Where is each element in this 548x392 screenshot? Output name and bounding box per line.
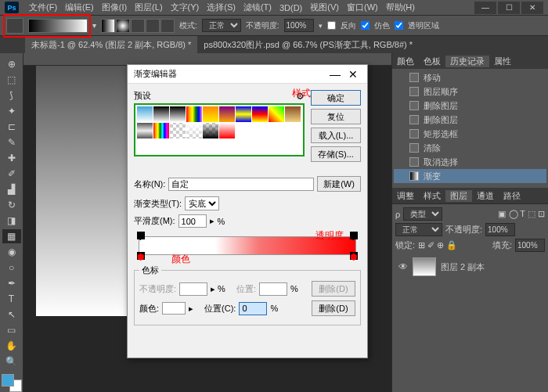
eraser-tool[interactable]: ◨ [2,214,21,228]
tool-preset-picker[interactable] [6,18,23,34]
preset-swatch[interactable] [137,106,153,122]
healing-tool[interactable]: ✚ [2,151,21,165]
layer-fill-input[interactable] [515,239,545,252]
panel-tab-swatches[interactable]: 色板 [419,56,445,67]
shape-tool[interactable]: ▭ [2,323,21,337]
angle-gradient-button[interactable] [131,19,145,33]
opacity-stop[interactable]: ◆ [350,232,358,239]
dialog-minimize-icon[interactable]: — [325,68,345,81]
history-item[interactable]: 移动 [394,70,546,85]
eyedropper-tool[interactable]: ✎ [2,135,21,149]
color-stop[interactable]: ⬢ [350,252,358,260]
document-tab[interactable]: ps800x320图片.psd @ 66.7% (PS渐变工具, RGB/8#)… [197,36,419,53]
preset-swatch[interactable] [186,123,202,138]
type-tool[interactable]: T [2,292,21,306]
stop-color-swatch[interactable] [162,302,186,315]
menu-help[interactable]: 帮助(H) [382,2,419,13]
cancel-button[interactable]: 复位 [311,109,361,124]
panel-tab-paths[interactable]: 路径 [499,190,525,202]
document-tab[interactable]: 未标题-1 @ 62.4% (图层 2 副本, RGB/8) * [25,36,197,53]
radial-gradient-button[interactable] [116,19,130,33]
preset-swatch[interactable] [219,123,235,138]
preset-swatch[interactable] [269,106,284,122]
history-item[interactable]: 清除 [394,141,546,155]
opacity-stop[interactable]: ◆ [137,232,145,239]
ok-button[interactable]: 确定 [311,90,361,106]
menu-type[interactable]: 文字(Y) [167,2,204,13]
marquee-tool[interactable]: ⬚ [2,73,21,87]
preset-swatch[interactable] [203,123,218,138]
crop-tool[interactable]: ⊏ [2,120,21,134]
panel-tab-properties[interactable]: 属性 [489,56,516,67]
layer-opacity-input[interactable] [485,223,515,236]
history-item[interactable]: 删除图层 [394,113,546,127]
menu-3d[interactable]: 3D(D) [276,3,306,13]
panel-tab-styles[interactable]: 样式 [419,190,445,202]
dialog-titlebar[interactable]: 渐变编辑器 — ✕ [128,65,367,84]
preset-swatch[interactable] [236,106,251,122]
history-item[interactable]: 图层顺序 [394,85,546,99]
minimize-button[interactable]: — [474,2,496,14]
color-swatches[interactable] [2,374,22,392]
menu-view[interactable]: 视图(V) [306,2,343,13]
load-button[interactable]: 载入(L)... [311,128,361,143]
layer-kind-select[interactable]: 类型 [403,207,442,221]
menu-image[interactable]: 图像(I) [98,2,131,13]
dither-checkbox[interactable] [361,21,370,30]
menu-filter[interactable]: 滤镜(T) [240,2,276,13]
gradient-picker[interactable] [28,19,88,33]
preset-swatch[interactable] [219,106,235,122]
zoom-tool[interactable]: 🔍 [2,354,21,369]
menu-select[interactable]: 选择(S) [203,2,240,13]
layer-name[interactable]: 图层 2 副本 [441,261,485,273]
save-button[interactable]: 存储(S)... [311,146,361,162]
visibility-icon[interactable]: 👁 [398,261,408,272]
linear-gradient-button[interactable] [101,19,115,33]
gradient-type-select[interactable]: 实底 [185,196,219,210]
stop-position2-input[interactable] [239,302,267,315]
panel-tab-history[interactable]: 历史记录 [445,56,489,67]
close-button[interactable]: ✕ [521,2,543,14]
history-item[interactable]: 删除图层 [394,99,546,113]
panel-tab-color[interactable]: 颜色 [392,56,419,67]
blend-mode-select[interactable]: 正常 [202,19,241,32]
lasso-tool[interactable]: ⟆ [2,88,21,102]
reflected-gradient-button[interactable] [146,19,160,33]
menu-edit[interactable]: 编辑(E) [61,2,98,13]
history-brush-tool[interactable]: ↻ [2,198,21,212]
pen-tool[interactable]: ✒ [2,276,21,290]
gradient-tool[interactable]: ▦ [2,229,21,243]
brush-tool[interactable]: ✐ [2,167,21,181]
panel-tab-adjust[interactable]: 调整 [392,190,419,202]
delete-color-stop-button[interactable]: 删除(D) [312,300,355,316]
panel-tab-channels[interactable]: 通道 [472,190,499,202]
dodge-tool[interactable]: ○ [2,261,21,275]
path-tool[interactable]: ↖ [2,307,21,322]
preset-swatch[interactable] [153,106,169,122]
preset-swatch[interactable] [285,106,301,122]
diamond-gradient-button[interactable] [160,19,175,33]
preset-swatch[interactable] [170,106,186,122]
reverse-checkbox[interactable] [327,21,336,30]
history-item[interactable]: 矩形选框 [394,127,546,141]
opacity-input[interactable] [284,19,314,32]
preset-swatch[interactable] [203,106,218,122]
preset-swatch[interactable] [137,123,153,138]
preset-swatch[interactable] [186,106,202,122]
hand-tool[interactable]: ✋ [2,339,21,353]
preset-swatch[interactable] [170,123,186,138]
menu-layer[interactable]: 图层(L) [131,2,166,13]
wand-tool[interactable]: ✦ [2,104,21,118]
gradient-bar[interactable]: ◆ ◆ ⬢ ⬢ 颜色 [128,232,367,260]
layer-blend-select[interactable]: 正常 [395,223,442,236]
maximize-button[interactable]: ☐ [498,2,520,14]
color-stop[interactable]: ⬢ [137,252,145,260]
smoothness-input[interactable] [178,214,207,228]
history-item[interactable]: 渐变 [394,169,546,183]
new-button[interactable]: 新建(W) [317,176,361,192]
layer-row[interactable]: 👁 图层 2 副本 [395,254,545,279]
preset-swatch[interactable] [252,106,268,122]
preset-swatch[interactable] [153,123,169,138]
move-tool[interactable]: ⊕ [2,57,21,71]
history-item[interactable]: 取消选择 [394,155,546,169]
